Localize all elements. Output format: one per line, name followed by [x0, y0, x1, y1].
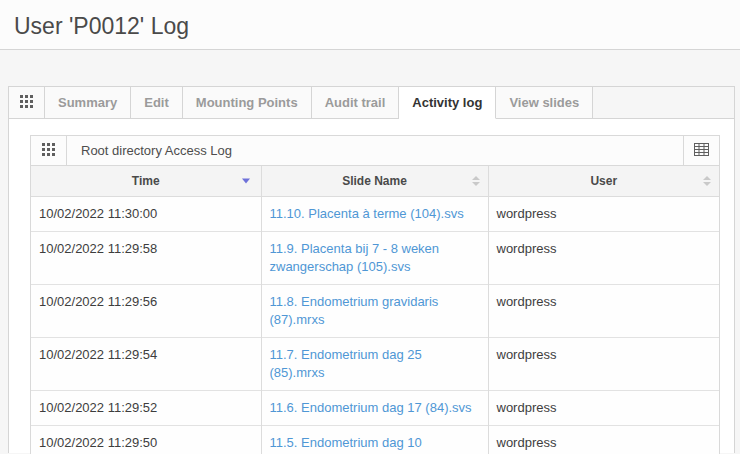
- slide-link[interactable]: 11.7. Endometrium dag 25 (85).mrxs: [270, 347, 422, 380]
- column-label: User: [590, 174, 617, 188]
- tab-summary[interactable]: Summary: [45, 87, 131, 119]
- sort-icon: [472, 176, 480, 186]
- tab-grid-menu-button[interactable]: [9, 87, 45, 119]
- time-cell: 10/02/2022 11:29:54: [31, 338, 261, 391]
- access-log-table: Time Slide Name User: [31, 166, 719, 454]
- tab-label: Audit trail: [325, 95, 386, 110]
- table-header-row: Time Slide Name User: [31, 166, 719, 197]
- slide-link[interactable]: 11.10. Placenta à terme (104).svs: [270, 206, 464, 221]
- column-header-user[interactable]: User: [488, 166, 719, 197]
- widget-title: Root directory Access Log: [67, 136, 683, 165]
- tab-filler: [593, 87, 734, 119]
- table-row: 10/02/2022 11:29:54 11.7. Endometrium da…: [31, 338, 719, 391]
- tab-label: Mounting Points: [196, 95, 298, 110]
- tab-edit[interactable]: Edit: [131, 87, 183, 119]
- widget-grid-menu-button[interactable]: [31, 136, 67, 165]
- tab-view-slides[interactable]: View slides: [496, 87, 593, 119]
- table-row: 10/02/2022 11:29:52 11.6. Endometrium da…: [31, 391, 719, 426]
- tab-activity-log[interactable]: Activity log: [399, 87, 496, 119]
- column-label: Slide Name: [342, 174, 407, 188]
- time-cell: 10/02/2022 11:29:56: [31, 285, 261, 338]
- table-view-icon: [694, 142, 709, 160]
- title-area: User 'P0012' Log: [0, 0, 740, 50]
- tab-bar: Summary Edit Mounting Points Audit trail…: [8, 86, 735, 119]
- tab-label: Activity log: [412, 95, 482, 110]
- slide-name-cell: 11.5. Endometrium dag 10 (83).mrxs: [261, 426, 488, 454]
- tab-mounting-points[interactable]: Mounting Points: [183, 87, 312, 119]
- slide-name-cell: 11.8. Endometrium gravidaris (87).mrxs: [261, 285, 488, 338]
- tab-label: View slides: [509, 95, 579, 110]
- table-row: 10/02/2022 11:30:00 11.10. Placenta à te…: [31, 197, 719, 232]
- column-header-slide-name[interactable]: Slide Name: [261, 166, 488, 197]
- user-log-panel: Summary Edit Mounting Points Audit trail…: [8, 86, 735, 453]
- column-header-time[interactable]: Time: [31, 166, 261, 197]
- user-cell: wordpress: [488, 426, 719, 454]
- page-title: User 'P0012' Log: [0, 0, 740, 40]
- access-log-widget: Root directory Access Log: [30, 135, 720, 454]
- user-cell: wordpress: [488, 391, 719, 426]
- time-cell: 10/02/2022 11:30:00: [31, 197, 261, 232]
- column-label: Time: [132, 174, 160, 188]
- user-cell: wordpress: [488, 285, 719, 338]
- time-cell: 10/02/2022 11:29:52: [31, 391, 261, 426]
- user-cell: wordpress: [488, 197, 719, 232]
- panel-body: Root directory Access Log: [8, 119, 735, 453]
- time-cell: 10/02/2022 11:29:50: [31, 426, 261, 454]
- grid-menu-icon: [20, 95, 33, 111]
- table-row: 10/02/2022 11:29:50 11.5. Endometrium da…: [31, 426, 719, 454]
- tab-label: Edit: [144, 95, 169, 110]
- table-row: 10/02/2022 11:29:56 11.8. Endometrium gr…: [31, 285, 719, 338]
- tab-audit-trail[interactable]: Audit trail: [312, 87, 400, 119]
- slide-link[interactable]: 11.8. Endometrium gravidaris (87).mrxs: [270, 294, 439, 327]
- slide-name-cell: 11.7. Endometrium dag 25 (85).mrxs: [261, 338, 488, 391]
- user-cell: wordpress: [488, 338, 719, 391]
- content-area: Summary Edit Mounting Points Audit trail…: [0, 50, 740, 454]
- sort-icon: [703, 176, 711, 186]
- slide-name-cell: 11.10. Placenta à terme (104).svs: [261, 197, 488, 232]
- widget-toolbar: Root directory Access Log: [31, 136, 719, 166]
- slide-name-cell: 11.9. Placenta bij 7 - 8 weken zwangersc…: [261, 232, 488, 285]
- grid-menu-icon: [42, 142, 55, 160]
- slide-link[interactable]: 11.9. Placenta bij 7 - 8 weken zwangersc…: [270, 241, 440, 274]
- table-row: 10/02/2022 11:29:58 11.9. Placenta bij 7…: [31, 232, 719, 285]
- tab-label: Summary: [58, 95, 117, 110]
- time-cell: 10/02/2022 11:29:58: [31, 232, 261, 285]
- screen: User 'P0012' Log Summary Edit Mounting P…: [0, 0, 740, 454]
- slide-name-cell: 11.6. Endometrium dag 17 (84).svs: [261, 391, 488, 426]
- table-view-button[interactable]: [683, 136, 719, 165]
- user-cell: wordpress: [488, 232, 719, 285]
- slide-link[interactable]: 11.5. Endometrium dag 10 (83).mrxs: [270, 435, 422, 454]
- slide-link[interactable]: 11.6. Endometrium dag 17 (84).svs: [270, 400, 472, 415]
- sort-desc-icon: [242, 179, 250, 184]
